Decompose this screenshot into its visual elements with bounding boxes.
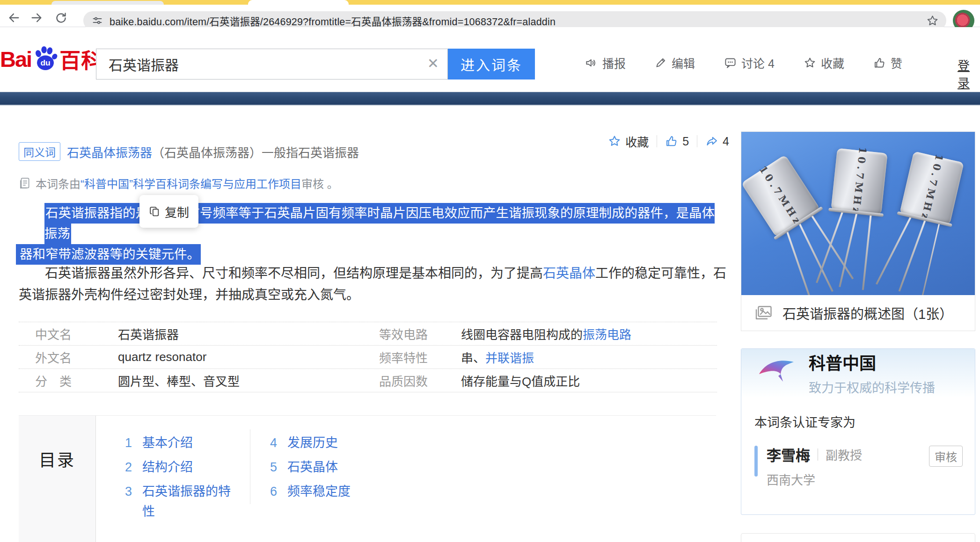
entry-action-bar: 收藏 5 4: [580, 133, 729, 150]
source-project-link[interactable]: “科普中国”科学百科词条编写与应用工作项目: [80, 175, 301, 191]
quartz-resonator-photo[interactable]: 10.7 MHz 10.7 MHz 10.7 MHz: [741, 132, 975, 295]
info-value-link[interactable]: 振荡电路: [583, 328, 631, 342]
crystal-leg: [816, 210, 844, 283]
browser-toolbar: baike.baidu.com/item/石英谐振器/2646929?fromt…: [0, 5, 980, 27]
toc-item-6[interactable]: 6 频率稳定度: [270, 482, 351, 502]
toc-item-4[interactable]: 4 发展历史: [270, 433, 351, 453]
inline-link-quartz-crystal[interactable]: 石英晶体: [543, 266, 595, 281]
discuss-label: 讨论 4: [741, 54, 775, 71]
discuss-button[interactable]: 讨论 4: [724, 54, 775, 71]
url-text[interactable]: baike.baidu.com/item/石英谐振器/2646929?fromt…: [110, 14, 556, 28]
thumbs-up-icon: [873, 57, 886, 69]
toc-label: 基本介绍: [142, 433, 193, 453]
enter-entry-button[interactable]: 进入词条: [448, 49, 535, 79]
baidu-baike-logo[interactable]: Bai du 百科: [0, 44, 102, 74]
pencil-icon: [655, 57, 667, 69]
synonym-tag: 同义词: [19, 142, 60, 161]
info-label: 中文名: [35, 325, 118, 342]
text-selection[interactable]: 器和窄带滤波器等的关键元件。: [16, 244, 201, 265]
info-value: 串、并联谐振: [461, 348, 534, 366]
next-sidebar-card-edge: [741, 533, 975, 542]
crystal-can-2: 10.7 MHz: [831, 148, 887, 215]
info-label: 等效电路: [379, 325, 461, 342]
favorite-button[interactable]: 收藏: [804, 54, 844, 71]
info-label: 外文名: [35, 348, 118, 366]
baike-header: Bai du 百科 ✕ 进入词条 播报: [0, 27, 980, 91]
like-button[interactable]: 赞: [873, 54, 902, 71]
paragraph-text: 石英谐振器虽然外形各异、尺寸和频率不尽相同，但结构原理是基本相同的，为了提高: [45, 266, 543, 281]
synonym-link[interactable]: 石英晶体振荡器: [67, 143, 152, 160]
forward-button[interactable]: [28, 9, 45, 26]
expert-name[interactable]: 李雪梅: [767, 444, 810, 465]
toc-top-border: [19, 415, 716, 416]
toc-label: 发展历史: [287, 433, 338, 453]
tts-play-button[interactable]: 播报: [585, 54, 626, 71]
active-tab[interactable]: [248, 0, 349, 5]
logo-text-du: du: [41, 58, 51, 67]
toc-item-3[interactable]: 3 石英谐振器的特性: [125, 482, 235, 522]
reload-icon: [55, 12, 67, 24]
info-value-text: 线圈电容器电阻构成的: [461, 328, 583, 342]
back-button[interactable]: [6, 9, 22, 26]
toc-column-2: 4 发展历史 5 石英晶体 6 频率稳定度: [270, 433, 351, 506]
toc-number: 6: [270, 482, 287, 502]
toc-item-5[interactable]: 5 石英晶体: [270, 457, 351, 477]
speaker-icon: [585, 57, 598, 69]
toc-item-2[interactable]: 2 结构介绍: [125, 457, 235, 477]
search-input[interactable]: [96, 49, 419, 79]
lead-paragraph: 石英谐振器指的是当外加信号频率等于石英晶片固有频率时晶片因压电效应而产生谐振现象…: [19, 203, 725, 265]
toc-number: 4: [270, 433, 287, 453]
reload-button[interactable]: [52, 9, 69, 26]
info-label: 分 类: [35, 372, 118, 389]
share-arrow-icon: [705, 135, 718, 148]
expert-row: 李雪梅 副教授 审核 西南大学: [754, 444, 975, 488]
edit-button[interactable]: 编辑: [655, 54, 695, 71]
info-value: 石英谐振器: [118, 325, 379, 342]
overview-image-card[interactable]: 10.7 MHz 10.7 MHz 10.7 MHz: [741, 131, 975, 331]
tts-label: 播报: [602, 54, 626, 71]
info-value: 线圈电容器电阻构成的振荡电路: [461, 325, 631, 342]
collect-button[interactable]: 收藏: [608, 133, 649, 150]
toc-column-1: 1 基本介绍 2 结构介绍 3 石英谐振器的特性: [125, 433, 235, 526]
star-icon: [608, 135, 621, 148]
clear-search-icon[interactable]: ✕: [427, 55, 439, 72]
table-row: 分 类 圆片型、棒型、音叉型 品质因数 储存能量与Q值成正比: [19, 369, 717, 392]
kepu-title: 科普中国: [809, 350, 935, 374]
synonym-note: （石英晶体振荡器）一般指石英谐振器: [152, 143, 359, 160]
divider: [697, 135, 697, 147]
crystal-leg: [839, 211, 858, 287]
forward-arrow-icon: [30, 11, 43, 24]
toc-number: 3: [125, 482, 142, 522]
review-badge: 审核: [929, 446, 963, 467]
gallery-icon: [753, 304, 773, 321]
info-value: quartz resonator: [118, 350, 379, 364]
expert-title: 副教授: [826, 446, 862, 463]
like-count: 5: [682, 135, 689, 148]
selected-text-line1: 石英谐振器指的是当外加信号频率等于石英晶片固有频率时晶片因压电效应而产生谐振现象…: [19, 203, 725, 244]
share-button[interactable]: 4: [705, 135, 729, 148]
like-count-button[interactable]: 5: [665, 135, 689, 148]
toc-number: 2: [125, 457, 142, 477]
toc-column-divider: [250, 429, 250, 504]
expert-organization: 西南大学: [767, 470, 975, 488]
background-tab[interactable]: [51, 1, 164, 5]
copy-tooltip[interactable]: 复制: [139, 195, 198, 228]
info-value: 圆片型、棒型、音叉型: [118, 372, 379, 389]
basic-info-table: 中文名 石英谐振器 等效电路 线圈电容器电阻构成的振荡电路 外文名 quartz…: [19, 322, 717, 392]
kepu-subtitle: 致力于权威的科学传播: [809, 378, 935, 396]
paragraph-2: 石英谐振器虽然外形各异、尺寸和频率不尽相同，但结构原理是基本相同的，为了提高石英…: [19, 263, 727, 306]
info-value-link[interactable]: 并联谐振: [485, 351, 534, 365]
toc-item-1[interactable]: 1 基本介绍: [125, 433, 235, 453]
site-settings-icon[interactable]: [92, 15, 103, 26]
toc-title: 目录: [19, 447, 95, 471]
edit-label: 编辑: [672, 54, 695, 71]
crystal-freq: 10.7: [922, 152, 949, 190]
crystal-can-1: 10.7 MHz: [741, 155, 820, 238]
kepu-china-card: 科普中国 致力于权威的科学传播 本词条认证专家为 李雪梅 副教授 审核 西南大学: [741, 348, 975, 515]
bookmark-star-icon[interactable]: [926, 14, 939, 27]
crystal-leg: [899, 218, 927, 291]
photo-caption-row[interactable]: 石英谐振器的概述图（1张）: [741, 295, 975, 331]
certified-expert-intro: 本词条认证专家为: [754, 412, 975, 431]
kepu-header-text: 科普中国 致力于权威的科学传播: [809, 350, 935, 396]
login-link[interactable]: 登录: [958, 56, 980, 91]
